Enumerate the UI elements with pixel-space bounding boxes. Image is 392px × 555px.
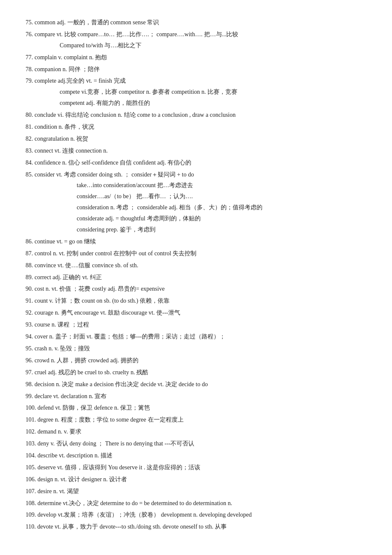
entry-line: 81. condition n. 条件，状况 bbox=[26, 121, 366, 133]
entry: 78. companion n. 同伴 ；陪伴 bbox=[26, 64, 366, 75]
entry-line: considering prep. 鉴于，考虑到 bbox=[26, 224, 366, 235]
entry: 107. desire n. vt. 渴望 bbox=[26, 486, 366, 497]
entry-line: 95. crash n. v. 坠毁；撞毁 bbox=[26, 343, 366, 354]
entry-line: 103. deny v. 否认 deny doing ； There is no… bbox=[26, 438, 366, 449]
entry: 106. design n. vt. 设计 designer n. 设计者 bbox=[26, 474, 366, 485]
entry: 109. develop vt.发展；培养（友谊）；冲洗（胶卷） develop… bbox=[26, 509, 366, 520]
entry-line: competent adj. 有能力的，能胜任的 bbox=[26, 98, 366, 109]
entry-line: 89. correct adj. 正确的 vt. 纠正 bbox=[26, 272, 366, 283]
entry: 82. congratulation n. 祝贺 bbox=[26, 133, 366, 145]
entry: 104. describe vt. description n. 描述 bbox=[26, 450, 366, 461]
entry-line: consider….as/（to be） 把…看作… ；认为…. bbox=[26, 191, 366, 202]
entry: 80. conclude vi. 得出结论 conclusion n. 结论 c… bbox=[26, 110, 366, 121]
entry: 98. decision n. 决定 make a decision 作出决定 … bbox=[26, 379, 366, 390]
entry-line: 91. count v. 计算 ；数 count on sb. (to do s… bbox=[26, 295, 366, 306]
entry-line: 92. courage n. 勇气 encourage vt. 鼓励 disco… bbox=[26, 307, 366, 318]
entry-line: 75. common adj. 一般的，普通的 common sense 常识 bbox=[26, 17, 366, 28]
entry-line: 109. develop vt.发展；培养（友谊）；冲洗（胶卷） develop… bbox=[26, 509, 366, 520]
entry: 85. consider vt. 考虑 consider doing sth. … bbox=[26, 169, 366, 235]
entry: 86. continue vt. = go on 继续 bbox=[26, 236, 366, 247]
entry: 77. complain v. complaint n. 抱怨 bbox=[26, 52, 366, 63]
entry: 76. compare vt. 比较 compare…to… 把….比作….； … bbox=[26, 29, 366, 51]
entry-line: 93. course n. 课程 ；过程 bbox=[26, 319, 366, 330]
entry: 108. determine vt.决心，决定 determine to do … bbox=[26, 498, 366, 509]
document-content: 75. common adj. 一般的，普通的 common sense 常识7… bbox=[26, 17, 366, 532]
entry: 103. deny v. 否认 deny doing ； There is no… bbox=[26, 438, 366, 449]
entry-line: 94. cover n. 盖子；封面 vt. 覆盖；包括；够---的费用；采访；… bbox=[26, 331, 366, 342]
entry: 90. cost n. vt. 价值 ；花费 costly adj. 昂贵的= … bbox=[26, 283, 366, 295]
entry-line: 100. defend vt. 防御，保卫 defence n. 保卫；篱笆 bbox=[26, 402, 366, 413]
entry: 100. defend vt. 防御，保卫 defence n. 保卫；篱笆 bbox=[26, 402, 366, 413]
entry: 83. connect vt. 连接 connection n. bbox=[26, 145, 366, 156]
entry-line: 96. crowd n. 人群，拥挤 crowded adj. 拥挤的 bbox=[26, 355, 366, 366]
entry-line: 108. determine vt.决心，决定 determine to do … bbox=[26, 498, 366, 509]
entry-line: 88. convince vt. 使….信服 convince sb. of s… bbox=[26, 260, 366, 271]
entry: 110. devote vt. 从事，致力于 devote---to sth./… bbox=[26, 521, 366, 532]
entry: 101. degree n. 程度；度数；学位 to some degree 在… bbox=[26, 414, 366, 425]
entry-line: 104. describe vt. description n. 描述 bbox=[26, 450, 366, 461]
entry-line: 105. deserve vt. 值得，应该得到 You deserve it … bbox=[26, 462, 366, 473]
entry: 79. complete adj.完全的 vt. = finish 完成comp… bbox=[26, 75, 366, 109]
entry-line: 77. complain v. complaint n. 抱怨 bbox=[26, 52, 366, 63]
entry-line: compete vi.竞赛，比赛 competitor n. 参赛者 compe… bbox=[26, 87, 366, 98]
entry-line: 106. design n. vt. 设计 designer n. 设计者 bbox=[26, 474, 366, 485]
entry-line: 107. desire n. vt. 渴望 bbox=[26, 486, 366, 497]
entry-line: 101. degree n. 程度；度数；学位 to some degree 在… bbox=[26, 414, 366, 425]
entry: 105. deserve vt. 值得，应该得到 You deserve it … bbox=[26, 462, 366, 473]
entry: 87. control n. vt. 控制 under control 在控制中… bbox=[26, 248, 366, 259]
entry-line: 85. consider vt. 考虑 consider doing sth. … bbox=[26, 169, 366, 180]
entry-line: take…into consideration/account 把…考虑进去 bbox=[26, 180, 366, 191]
entry-line: 110. devote vt. 从事，致力于 devote---to sth./… bbox=[26, 521, 366, 532]
entry: 97. cruel adj. 残忍的 be cruel to sb. cruel… bbox=[26, 367, 366, 378]
entry-line: 83. connect vt. 连接 connection n. bbox=[26, 145, 366, 156]
entry: 81. condition n. 条件，状况 bbox=[26, 121, 366, 133]
entry-line: 102. demand n. v. 要求 bbox=[26, 426, 366, 437]
entry-line: 87. control n. vt. 控制 under control 在控制中… bbox=[26, 248, 366, 259]
entry-line: 78. companion n. 同伴 ；陪伴 bbox=[26, 64, 366, 75]
entry-line: 84. confidence n. 信心 self-confidence 自信 … bbox=[26, 157, 366, 168]
entry-line: 90. cost n. vt. 价值 ；花费 costly adj. 昂贵的= … bbox=[26, 283, 366, 295]
entry-line: considerate adj. = thoughtful 考虑周到的，体贴的 bbox=[26, 213, 366, 224]
entry-line: 86. continue vt. = go on 继续 bbox=[26, 236, 366, 247]
entry: 96. crowd n. 人群，拥挤 crowded adj. 拥挤的 bbox=[26, 355, 366, 366]
entry: 95. crash n. v. 坠毁；撞毁 bbox=[26, 343, 366, 354]
entry: 94. cover n. 盖子；封面 vt. 覆盖；包括；够---的费用；采访；… bbox=[26, 331, 366, 342]
entry: 93. course n. 课程 ；过程 bbox=[26, 319, 366, 330]
entry-line: 79. complete adj.完全的 vt. = finish 完成 bbox=[26, 75, 366, 87]
entry: 88. convince vt. 使….信服 convince sb. of s… bbox=[26, 260, 366, 271]
entry-line: 76. compare vt. 比较 compare…to… 把….比作….； … bbox=[26, 29, 366, 40]
entry: 91. count v. 计算 ；数 count on sb. (to do s… bbox=[26, 295, 366, 306]
entry: 92. courage n. 勇气 encourage vt. 鼓励 disco… bbox=[26, 307, 366, 318]
entry: 84. confidence n. 信心 self-confidence 自信 … bbox=[26, 157, 366, 168]
entry: 99. declare vt. declaration n. 宣布 bbox=[26, 391, 366, 402]
entry-line: 99. declare vt. declaration n. 宣布 bbox=[26, 391, 366, 402]
entry: 75. common adj. 一般的，普通的 common sense 常识 bbox=[26, 17, 366, 28]
entry-line: 97. cruel adj. 残忍的 be cruel to sb. cruel… bbox=[26, 367, 366, 378]
entry-line: consideration n. 考虑 ； considerable adj. … bbox=[26, 202, 366, 213]
entry: 89. correct adj. 正确的 vt. 纠正 bbox=[26, 272, 366, 283]
entry-line: Compared to/with 与….相比之下 bbox=[26, 40, 366, 51]
entry-line: 98. decision n. 决定 make a decision 作出决定 … bbox=[26, 379, 366, 390]
entry-line: 80. conclude vi. 得出结论 conclusion n. 结论 c… bbox=[26, 110, 366, 121]
entry-line: 82. congratulation n. 祝贺 bbox=[26, 133, 366, 145]
entry: 102. demand n. v. 要求 bbox=[26, 426, 366, 437]
